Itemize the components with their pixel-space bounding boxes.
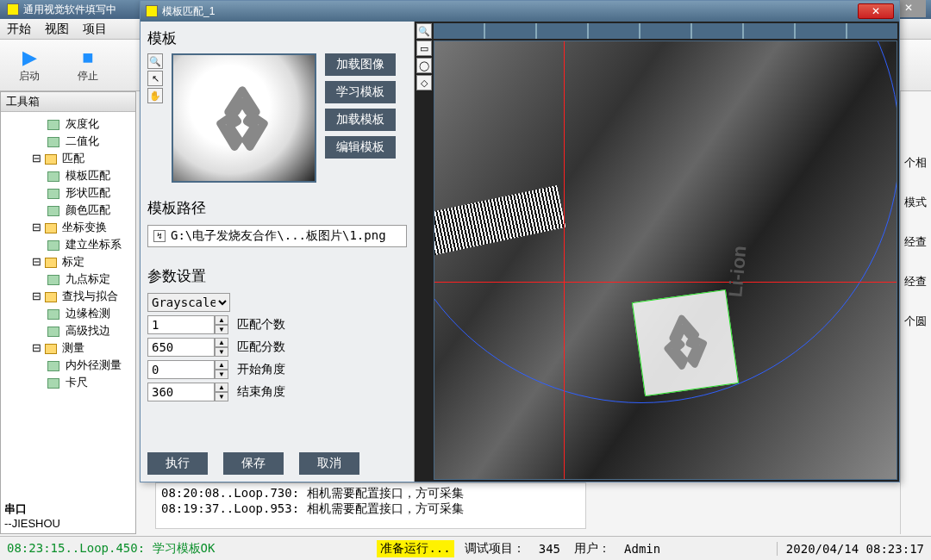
- menu-item[interactable]: 项目: [83, 22, 107, 37]
- image-view[interactable]: Li-ion: [434, 40, 897, 480]
- crosshair-vertical: [564, 41, 565, 479]
- item-icon: [47, 275, 59, 285]
- template-match-dialog: 模板匹配_1 ✕ 模板 🔍 ↖ ✋: [140, 0, 900, 482]
- path-section-label: 模板路径: [147, 198, 407, 218]
- item-icon: [47, 120, 59, 130]
- serial-title: 串口: [4, 501, 60, 517]
- folder-icon: [45, 154, 57, 165]
- dialog-titlebar[interactable]: 模板匹配_1 ✕: [141, 1, 899, 22]
- folder-icon: [45, 223, 57, 233]
- mode-select[interactable]: Grayscale: [147, 293, 230, 312]
- tree-item[interactable]: 内外径测量: [1, 357, 135, 374]
- dialog-close-button[interactable]: ✕: [858, 3, 894, 19]
- statusbar: 08:23:15..Loop.450: 学习模板OK 准备运行... 调试项目：…: [0, 536, 931, 560]
- spin-up-icon[interactable]: ▲: [215, 338, 228, 347]
- toolbox-title: 工具箱: [1, 92, 135, 112]
- dialog-title: 模板匹配_1: [162, 4, 215, 19]
- item-icon: [47, 171, 59, 182]
- spin-up-icon[interactable]: ▲: [215, 360, 228, 370]
- tree-item[interactable]: 建立坐标系: [1, 236, 135, 253]
- folder-icon: [45, 344, 57, 354]
- folder-icon: [45, 292, 57, 302]
- match-score-input[interactable]: [147, 338, 215, 357]
- serial-value: --JIESHOU: [4, 517, 60, 530]
- hand-icon[interactable]: ✋: [147, 88, 163, 103]
- learn-template-button[interactable]: 学习模板: [325, 81, 396, 103]
- stop-button[interactable]: ■ 停止: [67, 43, 109, 87]
- end-angle-input[interactable]: [147, 383, 215, 401]
- status-time: 2020/04/14 08:23:17: [777, 542, 924, 556]
- menu-view[interactable]: 视图: [45, 22, 69, 37]
- spin-up-icon[interactable]: ▲: [215, 315, 228, 325]
- tree-item[interactable]: 高级找边: [1, 322, 135, 339]
- tree-item[interactable]: 模板匹配: [1, 167, 135, 184]
- item-icon: [47, 206, 59, 216]
- cancel-button[interactable]: 取消: [299, 452, 359, 475]
- load-image-button[interactable]: 加载图像: [325, 53, 396, 76]
- tree-item[interactable]: 二值化: [1, 133, 135, 150]
- status-debug-value: 345: [539, 542, 560, 556]
- item-icon: [47, 240, 59, 251]
- tree-item[interactable]: 边缘检测: [1, 305, 135, 322]
- tree-item[interactable]: 九点标定: [1, 271, 135, 288]
- spin-down-icon[interactable]: ▼: [215, 325, 228, 334]
- tree-folder[interactable]: ⊟ 坐标变换: [1, 219, 135, 236]
- zoom-icon[interactable]: 🔍: [147, 53, 163, 69]
- folder-icon: [45, 258, 57, 268]
- tree-item[interactable]: 颜色匹配: [1, 202, 135, 219]
- edit-template-button[interactable]: 编辑模板: [325, 136, 396, 159]
- recycle-icon: [648, 306, 722, 379]
- item-icon: [47, 189, 59, 199]
- log-line: 08:19:37..Loop.953: 相机需要配置接口，方可采集: [161, 501, 580, 516]
- log-line: 08:20:08..Loop.730: 相机需要配置接口，方可采集: [161, 485, 580, 501]
- item-icon: [47, 309, 59, 320]
- log-area: 08:20:08..Loop.730: 相机需要配置接口，方可采集 08:19:…: [155, 482, 586, 529]
- item-icon: [47, 137, 59, 147]
- tree-folder[interactable]: ⊟ 测量: [1, 339, 135, 357]
- template-path-field[interactable]: ↯ G:\电子发烧友合作\...板图片\1.png: [147, 225, 407, 247]
- pointer-icon[interactable]: ↖: [147, 71, 163, 86]
- item-icon: [47, 361, 59, 371]
- tree-folder[interactable]: ⊟ 查找与拟合: [1, 288, 135, 305]
- crosshair-horizontal: [434, 282, 897, 283]
- image-view-panel: 🔍 ▭ ◯ ◇ Li-ion: [415, 22, 899, 482]
- menu-start[interactable]: 开始: [7, 22, 31, 37]
- li-ion-label: Li-ion: [724, 245, 751, 298]
- load-template-button[interactable]: 加载模板: [325, 109, 396, 131]
- recycle-icon: [199, 81, 285, 159]
- spin-down-icon[interactable]: ▼: [215, 392, 228, 401]
- right-strip: 个相 模式 经查 经查 个圆: [900, 91, 931, 534]
- item-icon: [47, 327, 59, 337]
- run-button[interactable]: ▶ 启动: [9, 43, 50, 87]
- rect-icon[interactable]: ▭: [416, 40, 432, 56]
- spin-up-icon[interactable]: ▲: [215, 383, 228, 392]
- ruler-top: [434, 23, 897, 39]
- match-result-box: [632, 289, 739, 396]
- tree-item[interactable]: 形状匹配: [1, 184, 135, 202]
- template-section-label: 模板: [147, 28, 407, 48]
- stop-icon: ■: [82, 47, 93, 69]
- status-left: 08:23:15..Loop.450: 学习模板OK: [7, 541, 215, 557]
- status-user-value: Admin: [624, 542, 660, 556]
- link-icon: ↯: [153, 230, 166, 242]
- diamond-icon[interactable]: ◇: [416, 75, 432, 90]
- circle-icon[interactable]: ◯: [416, 58, 432, 73]
- zoom-icon[interactable]: 🔍: [416, 23, 432, 39]
- spin-down-icon[interactable]: ▼: [215, 370, 228, 379]
- match-count-input[interactable]: [147, 315, 215, 334]
- start-angle-input[interactable]: [147, 360, 215, 379]
- app-icon: [7, 3, 19, 16]
- toolbox-tree: 灰度化 二值化⊟ 匹配 模板匹配 形状匹配 颜色匹配⊟ 坐标变换 建立坐标系⊟ …: [1, 112, 135, 395]
- tree-folder[interactable]: ⊟ 匹配: [1, 150, 135, 167]
- toolbox-panel: 工具箱 灰度化 二值化⊟ 匹配 模板匹配 形状匹配 颜色匹配⊟ 坐标变换 建立坐…: [0, 91, 136, 534]
- tree-folder[interactable]: ⊟ 标定: [1, 253, 135, 271]
- save-button[interactable]: 保存: [223, 452, 284, 475]
- status-ready: 准备运行...: [377, 540, 453, 557]
- tree-item[interactable]: 卡尺: [1, 374, 135, 391]
- template-thumbnail[interactable]: [172, 53, 316, 183]
- status-debug-label: 调试项目：: [465, 541, 525, 557]
- spin-down-icon[interactable]: ▼: [215, 347, 228, 357]
- tree-item[interactable]: 灰度化: [1, 115, 135, 133]
- status-user-label: 用户：: [574, 541, 610, 557]
- execute-button[interactable]: 执行: [147, 452, 208, 475]
